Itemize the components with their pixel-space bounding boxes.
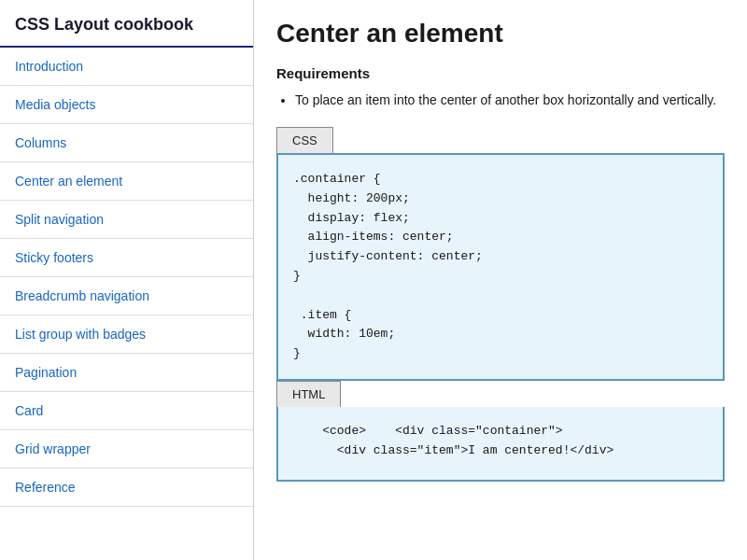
nav-list: IntroductionMedia objectsColumnsCenter a…: [0, 48, 253, 507]
sidebar-item-breadcrumb-navigation[interactable]: Breadcrumb navigation: [0, 277, 253, 315]
requirements-list: To place an item into the center of anot…: [295, 91, 725, 110]
html-code-block: <code> <div class="container"> <div clas…: [276, 407, 725, 482]
html-tab[interactable]: HTML: [276, 381, 341, 407]
sidebar-item-reference[interactable]: Reference: [0, 469, 253, 507]
sidebar-item-list-group-with-badges[interactable]: List group with badges: [0, 315, 253, 354]
html-tab-bar: HTML: [276, 381, 725, 407]
sidebar-item-grid-wrapper[interactable]: Grid wrapper: [0, 430, 253, 469]
page-title: Center an element: [276, 19, 725, 49]
sidebar-item-media-objects[interactable]: Media objects: [0, 86, 253, 124]
sidebar-item-columns[interactable]: Columns: [0, 124, 253, 162]
requirements-heading: Requirements: [276, 65, 725, 81]
sidebar-title: CSS Layout cookbook: [0, 0, 253, 48]
css-tab[interactable]: CSS: [276, 127, 333, 153]
css-tab-bar: CSS: [276, 127, 725, 153]
sidebar-item-split-navigation[interactable]: Split navigation: [0, 201, 253, 239]
sidebar-item-sticky-footers[interactable]: Sticky footers: [0, 239, 253, 277]
sidebar-item-introduction[interactable]: Introduction: [0, 48, 253, 86]
main-content: Center an element Requirements To place …: [254, 0, 747, 560]
css-code-block: .container { height: 200px; display: fle…: [276, 153, 725, 381]
requirement-item: To place an item into the center of anot…: [295, 91, 725, 110]
sidebar: CSS Layout cookbook IntroductionMedia ob…: [0, 0, 254, 560]
sidebar-item-card[interactable]: Card: [0, 392, 253, 430]
sidebar-item-pagination[interactable]: Pagination: [0, 354, 253, 392]
sidebar-item-center-an-element[interactable]: Center an element: [0, 162, 253, 201]
